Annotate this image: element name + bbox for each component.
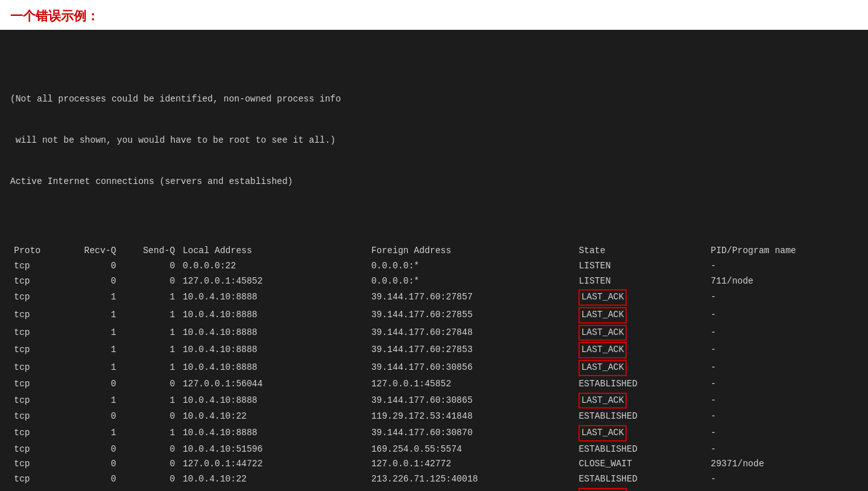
cell-foreign: 0.0.0.0:* bbox=[368, 274, 575, 289]
cell-recvq: 1 bbox=[61, 341, 120, 359]
cell-proto: tcp bbox=[10, 359, 61, 377]
cell-local: 10.0.4.10:8888 bbox=[179, 424, 368, 442]
table-row: tcp1110.0.4.10:888839.144.177.60:27857LA… bbox=[10, 289, 858, 306]
cell-sendq: 1 bbox=[120, 289, 179, 306]
cell-pid: 29371/node bbox=[707, 457, 858, 472]
state-cell: LISTEN bbox=[575, 259, 707, 274]
cell-proto: tcp bbox=[10, 274, 61, 289]
cell-recvq: 0 bbox=[61, 409, 120, 424]
cell-proto: tcp bbox=[10, 457, 61, 472]
cell-foreign: 39.144.177.60:27857 bbox=[368, 289, 575, 306]
last-ack-badge: LAST_ACK bbox=[578, 307, 626, 324]
cell-foreign: 127.0.0.1:45852 bbox=[368, 377, 575, 392]
cell-sendq: 1 bbox=[120, 306, 179, 324]
table-row: tcp1110.0.4.10:888839.144.177.60:30856LA… bbox=[10, 359, 858, 377]
cell-proto: tcp bbox=[10, 442, 61, 457]
cell-recvq: 1 bbox=[61, 289, 120, 306]
terminal-header: (Not all processes could be identified, … bbox=[10, 65, 858, 216]
cell-local: 10.0.4.10:8888 bbox=[179, 341, 368, 359]
cell-sendq: 1 bbox=[120, 392, 179, 410]
col-header-pid: PID/Program name bbox=[707, 244, 858, 259]
cell-proto: tcp bbox=[10, 409, 61, 424]
table-row: tcp00127.0.0.1:458520.0.0.0:*LISTEN711/n… bbox=[10, 274, 858, 289]
table-row: tcp0010.0.4.10:51596169.254.0.55:5574EST… bbox=[10, 442, 858, 457]
cell-pid: - bbox=[707, 306, 858, 324]
state-cell: LAST_ACK bbox=[575, 424, 707, 442]
state-cell: ESTABLISHED bbox=[575, 442, 707, 457]
cell-proto: tcp bbox=[10, 324, 61, 342]
state-cell: LAST_ACK bbox=[575, 306, 707, 324]
page-title: 一个错误示例： bbox=[0, 0, 868, 30]
cell-pid: - bbox=[707, 341, 858, 359]
cell-proto: tcp bbox=[10, 289, 61, 306]
cell-local: 10.0.4.10:22 bbox=[179, 409, 368, 424]
col-header-local: Local Address bbox=[179, 244, 368, 259]
table-header-row: Proto Recv-Q Send-Q Local Address Foreig… bbox=[10, 244, 858, 259]
cell-local: 127.0.0.1:56044 bbox=[179, 377, 368, 392]
cell-foreign: 39.144.177.60:30865 bbox=[368, 392, 575, 410]
cell-local: 10.0.4.10:22 bbox=[179, 472, 368, 487]
header-line-3: Active Internet connections (servers and… bbox=[10, 175, 858, 189]
cell-sendq: 0 bbox=[120, 457, 179, 472]
cell-proto: tcp bbox=[10, 306, 61, 324]
cell-pid: - bbox=[707, 324, 858, 342]
cell-recvq: 0 bbox=[61, 274, 120, 289]
cell-recvq: 0 bbox=[61, 472, 120, 487]
last-ack-badge: LAST_ACK bbox=[578, 289, 626, 306]
cell-pid: - bbox=[707, 359, 858, 377]
state-cell: ESTABLISHED bbox=[575, 472, 707, 487]
table-row: tcp1110.0.4.10:888839.144.177.60:30865LA… bbox=[10, 392, 858, 410]
last-ack-badge: LAST_ACK bbox=[578, 488, 626, 491]
cell-recvq: 1 bbox=[61, 306, 120, 324]
cell-pid: 711/node bbox=[707, 274, 858, 289]
cell-foreign: 39.144.177.60:27855 bbox=[368, 306, 575, 324]
cell-foreign: 213.226.71.125:40018 bbox=[368, 472, 575, 487]
state-cell: ESTABLISHED bbox=[575, 377, 707, 392]
state-cell: LISTEN bbox=[575, 274, 707, 289]
cell-local: 10.0.4.10:8888 bbox=[179, 324, 368, 342]
last-ack-badge: LAST_ACK bbox=[578, 325, 626, 341]
cell-local: 10.0.4.10:51596 bbox=[179, 442, 368, 457]
cell-local: 10.0.4.10:8888 bbox=[179, 359, 368, 377]
cell-proto: tcp bbox=[10, 377, 61, 392]
cell-pid: - bbox=[707, 424, 858, 442]
state-cell: LAST_ACK bbox=[575, 289, 707, 306]
terminal-block: (Not all processes could be identified, … bbox=[0, 30, 868, 491]
cell-sendq: 1 bbox=[120, 487, 179, 491]
cell-pid: - bbox=[707, 442, 858, 457]
cell-recvq: 1 bbox=[61, 392, 120, 410]
cell-sendq: 1 bbox=[120, 341, 179, 359]
cell-foreign: 39.144.177.60:27848 bbox=[368, 324, 575, 342]
cell-recvq: 1 bbox=[61, 324, 120, 342]
state-cell: LAST_ACK bbox=[575, 487, 707, 491]
state-cell: LAST_ACK bbox=[575, 324, 707, 342]
cell-local: 10.0.4.10:8888 bbox=[179, 289, 368, 306]
cell-pid: - bbox=[707, 377, 858, 392]
header-line-1: (Not all processes could be identified, … bbox=[10, 93, 858, 107]
cell-sendq: 0 bbox=[120, 409, 179, 424]
cell-sendq: 1 bbox=[120, 359, 179, 377]
cell-recvq: 0 bbox=[61, 259, 120, 274]
cell-foreign: 39.144.177.60:27861 bbox=[368, 487, 575, 491]
cell-recvq: 1 bbox=[61, 424, 120, 442]
cell-proto: tcp bbox=[10, 424, 61, 442]
cell-pid: - bbox=[707, 472, 858, 487]
cell-proto: tcp bbox=[10, 472, 61, 487]
cell-pid: - bbox=[707, 392, 858, 410]
netstat-table: Proto Recv-Q Send-Q Local Address Foreig… bbox=[10, 244, 858, 491]
cell-proto: tcp bbox=[10, 487, 61, 491]
table-row: tcp1110.0.4.10:888839.144.177.60:27855LA… bbox=[10, 306, 858, 324]
table-row: tcp1110.0.4.10:888839.144.177.60:30870LA… bbox=[10, 424, 858, 442]
cell-proto: tcp bbox=[10, 259, 61, 274]
table-row: tcp1110.0.4.10:888839.144.177.60:27853LA… bbox=[10, 341, 858, 359]
state-cell: CLOSE_WAIT bbox=[575, 457, 707, 472]
cell-local: 10.0.4.10:8888 bbox=[179, 487, 368, 491]
cell-pid: - bbox=[707, 259, 858, 274]
cell-recvq: 1 bbox=[61, 359, 120, 377]
cell-local: 10.0.4.10:8888 bbox=[179, 392, 368, 410]
last-ack-badge: LAST_ACK bbox=[578, 393, 626, 409]
cell-foreign: 119.29.172.53:41848 bbox=[368, 409, 575, 424]
table-row: tcp0010.0.4.10:22213.226.71.125:40018EST… bbox=[10, 472, 858, 487]
col-header-foreign: Foreign Address bbox=[368, 244, 575, 259]
state-cell: LAST_ACK bbox=[575, 359, 707, 377]
